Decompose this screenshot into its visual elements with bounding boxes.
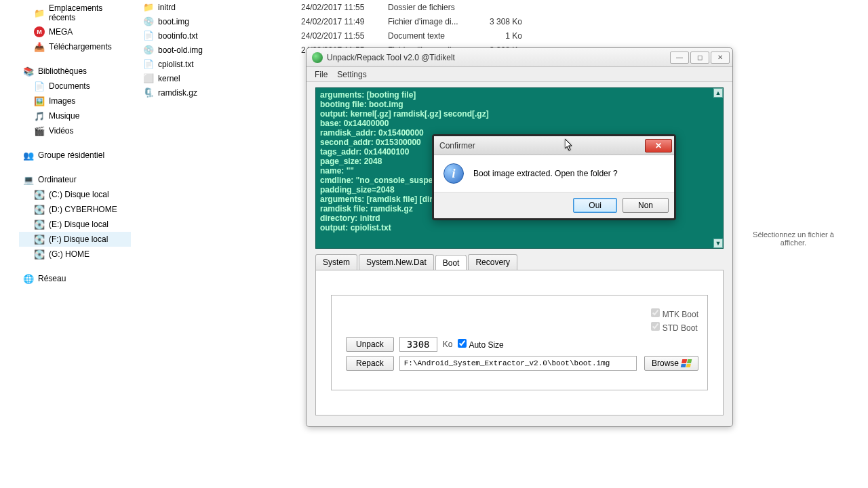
homegroup-icon: 👥	[23, 150, 34, 161]
file-type: Dossier de fichiers	[388, 3, 469, 12]
file-row[interactable]: 📄bootinfo.txt24/02/2017 11:55Document te…	[139, 28, 729, 43]
menu-settings[interactable]: Settings	[337, 70, 366, 79]
file-row[interactable]: 📁initrd24/02/2017 11:55Dossier de fichie…	[139, 0, 729, 14]
repack-row: Repack	[346, 356, 637, 371]
nav-drive-f[interactable]: 💽(F:) Disque local	[19, 232, 131, 247]
drive-icon: 💽	[34, 234, 45, 245]
documents-icon: 📄	[34, 81, 45, 92]
std-boot-checkbox[interactable]	[651, 322, 660, 331]
nav-mega[interactable]: MMEGA	[19, 24, 131, 39]
drive-icon: 💽	[34, 219, 45, 230]
no-button[interactable]: Non	[623, 198, 669, 213]
file-size: 1 Ko	[475, 31, 522, 41]
app-icon	[312, 52, 323, 63]
checkbox-label: Auto Size	[469, 340, 503, 350]
nav-label: (C:) Disque local	[49, 190, 109, 199]
downloads-icon: 📥	[34, 41, 45, 52]
drive-icon: 💽	[34, 204, 45, 215]
nav-images[interactable]: 🖼️Images	[19, 94, 131, 108]
checkbox-label: STD Boot	[663, 323, 698, 333]
file-name: boot.img	[158, 17, 189, 26]
nav-drive-d[interactable]: 💽(D:) CYBERHOME	[19, 202, 131, 217]
file-row[interactable]: 💿boot.img24/02/2017 11:49Fichier d'image…	[139, 14, 729, 28]
nav-drive-e[interactable]: 💽(E:) Disque local	[19, 217, 131, 232]
music-icon: 🎵	[34, 110, 45, 121]
dialog-message: Boot image extracted. Open the folder ?	[473, 169, 618, 178]
recent-icon: 📁	[34, 7, 45, 18]
nav-label: (E:) Disque local	[49, 220, 108, 229]
scroll-down-button[interactable]: ▼	[713, 239, 723, 248]
scroll-up-button[interactable]: ▲	[713, 88, 723, 98]
mtk-boot-checkbox[interactable]	[651, 308, 660, 317]
nav-homegroup[interactable]: 👥Groupe résidentiel	[19, 148, 131, 163]
file-date: 24/02/2017 11:55	[301, 31, 382, 41]
nav-label: Téléchargements	[49, 42, 112, 52]
minimize-button[interactable]: —	[670, 52, 689, 64]
disk-image-icon: 💿	[143, 16, 154, 27]
file-name: cpiolist.txt	[158, 60, 194, 69]
size-input[interactable]	[399, 337, 437, 352]
dialog-close-button[interactable]: ✕	[645, 139, 672, 152]
text-file-icon: 📄	[143, 30, 154, 41]
nav-label: Musique	[49, 111, 79, 121]
opt-mtk-boot[interactable]: MTK Boot	[651, 308, 698, 319]
nav-libraries-header[interactable]: 📚Bibliothèques	[19, 64, 131, 79]
tab-system-new-dat[interactable]: System.New.Dat	[359, 254, 434, 270]
nav-label: Ordinateur	[38, 175, 77, 184]
file-name: initrd	[158, 3, 176, 12]
info-icon: i	[443, 163, 464, 184]
text-file-icon: 📄	[143, 59, 154, 70]
nav-label: (D:) CYBERHOME	[49, 205, 117, 214]
opt-std-boot[interactable]: STD Boot	[651, 322, 698, 333]
explorer-nav: 📁Emplacements récents MMEGA 📥Téléchargem…	[19, 1, 131, 286]
computer-icon: 💻	[23, 174, 34, 185]
file-type: Document texte	[388, 31, 469, 41]
path-input[interactable]	[399, 356, 637, 371]
nav-drive-g[interactable]: 💽(G:) HOME	[19, 247, 131, 262]
nav-computer[interactable]: 💻Ordinateur	[19, 172, 131, 187]
tab-recovery[interactable]: Recovery	[468, 254, 517, 270]
mega-icon: M	[34, 26, 45, 37]
titlebar[interactable]: Unpack/Repack Tool v2.0 @Tidikelt — ◻ ✕	[307, 48, 732, 67]
file-icon: ⬜	[143, 73, 154, 84]
menu-file[interactable]: File	[315, 70, 328, 79]
boot-panel: MTK Boot STD Boot Unpack Ko Auto Size Re…	[315, 270, 724, 415]
auto-size-checkbox[interactable]	[458, 339, 467, 348]
yes-button[interactable]: Oui	[573, 198, 617, 213]
button-label: Browse	[652, 359, 679, 368]
dialog-body: i Boot image extracted. Open the folder …	[434, 155, 674, 192]
nav-label: Documents	[49, 81, 90, 91]
nav-label: Groupe résidentiel	[38, 150, 104, 160]
repack-button[interactable]: Repack	[346, 356, 394, 371]
nav-label: (G:) HOME	[49, 249, 90, 259]
nav-recent[interactable]: 📁Emplacements récents	[19, 1, 131, 24]
close-button[interactable]: ✕	[711, 52, 730, 64]
dialog-titlebar[interactable]: Confirmer ✕	[434, 136, 674, 155]
nav-documents[interactable]: 📄Documents	[19, 79, 131, 94]
size-unit: Ko	[443, 340, 453, 349]
boot-options: MTK Boot STD Boot	[651, 308, 698, 336]
menubar: File Settings	[307, 67, 732, 82]
file-date: 24/02/2017 11:55	[301, 3, 382, 12]
drive-icon: 💽	[34, 249, 45, 260]
unpack-repack-tool-window: Unpack/Repack Tool v2.0 @Tidikelt — ◻ ✕ …	[306, 47, 733, 427]
nav-network[interactable]: 🌐Réseau	[19, 271, 131, 286]
tab-system[interactable]: System	[315, 254, 357, 270]
file-date: 24/02/2017 11:49	[301, 17, 382, 26]
nav-music[interactable]: 🎵Musique	[19, 108, 131, 123]
nav-label: Images	[49, 96, 75, 106]
dialog-buttons: Oui Non	[434, 192, 674, 218]
auto-size-option[interactable]: Auto Size	[458, 339, 503, 350]
unpack-button[interactable]: Unpack	[346, 337, 394, 352]
file-type: Fichier d'image di...	[388, 17, 469, 26]
nav-label: MEGA	[49, 27, 73, 37]
nav-downloads[interactable]: 📥Téléchargements	[19, 39, 131, 54]
nav-drive-c[interactable]: 💽(C:) Disque local	[19, 187, 131, 202]
browse-button[interactable]: Browse	[644, 356, 698, 371]
tab-boot[interactable]: Boot	[435, 255, 467, 270]
libraries-icon: 📚	[23, 66, 34, 77]
nav-videos[interactable]: 🎬Vidéos	[19, 123, 131, 138]
preview-pane-placeholder: Sélectionnez un fichier à afficher.	[746, 230, 841, 247]
maximize-button[interactable]: ◻	[690, 52, 709, 64]
dialog-title: Confirmer	[439, 141, 645, 150]
